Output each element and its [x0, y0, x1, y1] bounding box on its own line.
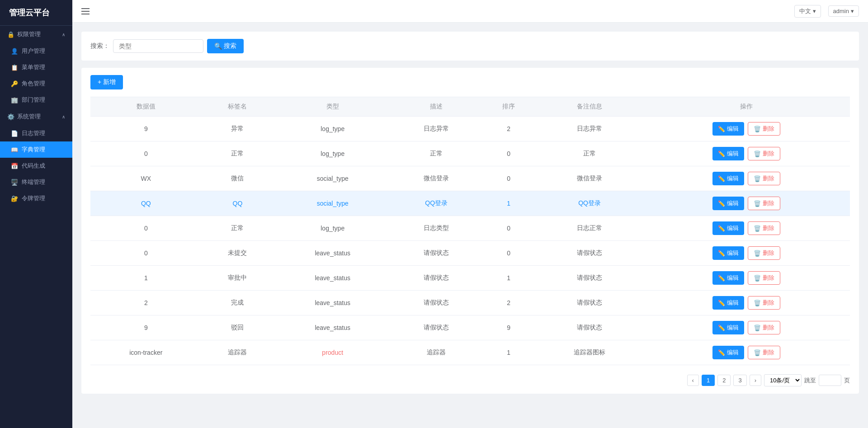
sidebar-item-codegen[interactable]: 📅 代码生成: [0, 158, 72, 174]
sidebar-item-dept[interactable]: 🏢 部门管理: [0, 92, 72, 108]
table-row: 2 完成 leave_status 请假状态 2 请假状态 ✏️ 编辑 🗑️ 删…: [90, 291, 850, 315]
delete-icon: 🗑️: [754, 126, 761, 132]
col-action: 操作: [643, 97, 850, 117]
edit-button[interactable]: ✏️ 编辑: [712, 346, 744, 359]
cell-desc: 请假状态: [392, 241, 481, 266]
cell-action: ✏️ 编辑 🗑️ 删除: [643, 266, 850, 291]
edit-button[interactable]: ✏️ 编辑: [712, 122, 744, 136]
delete-label: 删除: [763, 324, 774, 332]
page-goto-input[interactable]: [819, 375, 841, 386]
delete-button[interactable]: 🗑️ 删除: [748, 321, 780, 334]
col-remark: 备注信息: [536, 97, 643, 117]
per-page-select[interactable]: 10条/页 20条/页 50条/页: [764, 374, 802, 386]
cell-desc: 请假状态: [392, 266, 481, 291]
cell-remark: 追踪器图标: [536, 340, 643, 365]
delete-button[interactable]: 🗑️ 删除: [748, 197, 780, 210]
page-button-2[interactable]: 2: [717, 375, 731, 386]
edit-button[interactable]: ✏️ 编辑: [712, 321, 744, 334]
search-icon: 🔍: [214, 42, 222, 50]
sidebar-item-dict-label: 字典管理: [22, 146, 45, 154]
delete-label: 删除: [763, 150, 774, 158]
delete-icon: 🗑️: [754, 151, 761, 157]
sidebar-item-role[interactable]: 🔑 角色管理: [0, 75, 72, 92]
cell-label: 微信: [202, 166, 274, 191]
language-selector[interactable]: 中文 ▾: [794, 5, 821, 18]
delete-label: 删除: [763, 348, 774, 357]
sidebar-item-dict[interactable]: 📖 字典管理: [0, 141, 72, 158]
cell-type: leave_status: [274, 291, 392, 315]
edit-button[interactable]: ✏️ 编辑: [712, 221, 744, 235]
lang-label: 中文: [799, 7, 811, 15]
admin-chevron-icon: ▾: [851, 8, 854, 14]
cell-action: ✏️ 编辑 🗑️ 删除: [643, 340, 850, 365]
cell-value: icon-tracker: [90, 340, 202, 365]
delete-button[interactable]: 🗑️ 删除: [748, 271, 780, 285]
edit-icon: ✏️: [718, 300, 725, 306]
topbar-right: 中文 ▾ admin ▾: [794, 5, 859, 18]
delete-button[interactable]: 🗑️ 删除: [748, 147, 780, 160]
delete-icon: 🗑️: [754, 225, 761, 232]
add-button[interactable]: + 新增: [90, 75, 123, 89]
cell-action: ✏️ 编辑 🗑️ 删除: [643, 141, 850, 166]
sidebar-item-terminal[interactable]: 🖥️ 终端管理: [0, 174, 72, 190]
sidebar-item-token[interactable]: 🔐 令牌管理: [0, 190, 72, 207]
delete-icon: 🗑️: [754, 175, 761, 182]
delete-button[interactable]: 🗑️ 删除: [748, 221, 780, 235]
cell-type: product: [274, 340, 392, 365]
page-button-1[interactable]: 1: [702, 375, 715, 386]
cell-value: WX: [90, 166, 202, 191]
cell-action: ✏️ 编辑 🗑️ 删除: [643, 241, 850, 266]
edit-button[interactable]: ✏️ 编辑: [712, 296, 744, 310]
cell-desc: 正常: [392, 141, 481, 166]
prev-page-button[interactable]: ‹: [687, 375, 699, 386]
add-button-label: + 新增: [98, 78, 116, 86]
sidebar-group-system-label: 系统管理: [17, 113, 41, 121]
table-header-row: 数据值 标签名 类型 描述 排序 备注信息 操作: [90, 97, 850, 117]
delete-icon: 🗑️: [754, 275, 761, 282]
goto-label: 跳至: [804, 376, 816, 385]
dept-icon: 🏢: [11, 97, 18, 103]
search-button[interactable]: 🔍 搜索: [207, 39, 244, 53]
data-table: 数据值 标签名 类型 描述 排序 备注信息 操作 9 异常 log_type 日…: [90, 97, 850, 365]
main-container: 中文 ▾ admin ▾ 搜索： 🔍 搜索 + 新增: [72, 0, 868, 428]
page-button-3[interactable]: 3: [733, 375, 746, 386]
cell-value: 2: [90, 291, 202, 315]
sidebar-item-log[interactable]: 📄 日志管理: [0, 125, 72, 141]
cell-sort: 1: [481, 340, 536, 365]
delete-label: 删除: [763, 174, 774, 183]
table-row: icon-tracker 追踪器 product 追踪器 1 追踪器图标 ✏️ …: [90, 340, 850, 365]
page-content: 搜索： 🔍 搜索 + 新增 数据值 标签名 类型 描述 排序: [72, 23, 868, 428]
next-page-button[interactable]: ›: [750, 375, 761, 386]
edit-button[interactable]: ✏️ 编辑: [712, 246, 744, 260]
delete-button[interactable]: 🗑️ 删除: [748, 122, 780, 136]
pagination: ‹ 1 2 3 › 10条/页 20条/页 50条/页 跳至 页: [90, 374, 850, 386]
table-row: 0 未提交 leave_status 请假状态 0 请假状态 ✏️ 编辑 🗑️ …: [90, 241, 850, 266]
edit-button[interactable]: ✏️ 编辑: [712, 172, 744, 185]
cell-value: QQ: [90, 191, 202, 216]
delete-button[interactable]: 🗑️ 删除: [748, 346, 780, 359]
delete-icon: 🗑️: [754, 349, 761, 356]
gear-icon: ⚙️: [7, 113, 14, 120]
cell-sort: 2: [481, 117, 536, 141]
delete-button[interactable]: 🗑️ 删除: [748, 246, 780, 260]
col-sort: 排序: [481, 97, 536, 117]
cell-action: ✏️ 编辑 🗑️ 删除: [643, 216, 850, 241]
sidebar-group-permissions[interactable]: 🔒 权限管理 ∧: [0, 26, 72, 43]
cell-type: social_type: [274, 191, 392, 216]
edit-button[interactable]: ✏️ 编辑: [712, 271, 744, 285]
sidebar-group-system[interactable]: ⚙️ 系统管理 ∧: [0, 108, 72, 125]
cell-remark: 微信登录: [536, 166, 643, 191]
edit-button[interactable]: ✏️ 编辑: [712, 197, 744, 210]
delete-button[interactable]: 🗑️ 删除: [748, 296, 780, 310]
cell-label: 追踪器: [202, 340, 274, 365]
edit-button[interactable]: ✏️ 编辑: [712, 147, 744, 160]
admin-selector[interactable]: admin ▾: [828, 5, 859, 17]
sidebar-item-menu[interactable]: 📋 菜单管理: [0, 59, 72, 75]
search-bar: 搜索： 🔍 搜索: [81, 32, 859, 61]
search-input[interactable]: [113, 39, 203, 53]
cell-remark: 请假状态: [536, 241, 643, 266]
delete-button[interactable]: 🗑️ 删除: [748, 172, 780, 185]
hamburger-button[interactable]: [81, 8, 90, 14]
sidebar-item-user[interactable]: 👤 用户管理: [0, 43, 72, 59]
cell-desc: 请假状态: [392, 291, 481, 315]
